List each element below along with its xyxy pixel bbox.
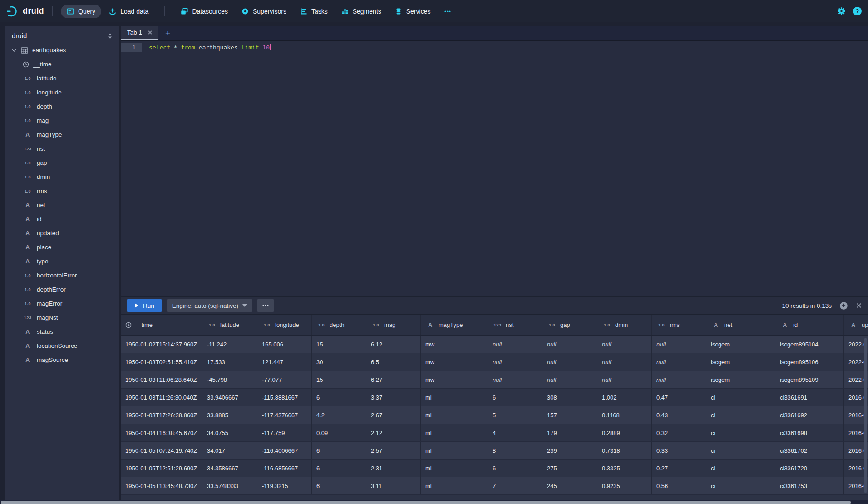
table-cell[interactable]: 4.2 <box>312 406 366 424</box>
table-cell[interactable]: null <box>597 353 652 371</box>
sidebar-column-mag[interactable]: 1.0mag <box>5 114 119 128</box>
table-cell[interactable]: 4 <box>488 424 542 441</box>
table-cell[interactable]: 0.33 <box>652 442 706 459</box>
table-cell[interactable]: 157 <box>542 406 597 424</box>
column-header-dmin[interactable]: 1.0dmin <box>597 315 652 335</box>
sidebar-column-rms[interactable]: 1.0rms <box>5 184 119 198</box>
datasource-row-earthquakes[interactable]: earthquakes <box>5 43 119 57</box>
table-cell[interactable]: ml <box>421 442 488 459</box>
table-cell[interactable]: 0.9235 <box>597 477 652 494</box>
table-cell[interactable]: mw <box>421 371 488 388</box>
column-header-depth[interactable]: 1.0depth <box>312 315 366 335</box>
tab-tab1[interactable]: Tab 1 <box>121 26 158 40</box>
run-button[interactable]: Run <box>127 299 162 312</box>
table-cell[interactable]: 34.0755 <box>202 424 257 441</box>
table-cell[interactable]: iscgem <box>706 336 775 353</box>
table-cell[interactable]: null <box>652 371 706 388</box>
table-cell[interactable]: 6.27 <box>366 371 421 388</box>
column-header-time[interactable]: __time <box>121 315 202 335</box>
table-cell[interactable]: 2.67 <box>366 406 421 424</box>
sidebar-column-status[interactable]: Astatus <box>5 325 119 339</box>
table-cell[interactable]: 33.5748333 <box>202 477 257 494</box>
sidebar-column-place[interactable]: Aplace <box>5 240 119 254</box>
table-cell[interactable]: 7 <box>488 477 542 494</box>
table-cell[interactable]: ci <box>706 389 775 406</box>
new-tab-button[interactable]: + <box>158 26 178 40</box>
table-cell[interactable]: ci <box>706 424 775 441</box>
table-cell[interactable]: 0.56 <box>652 477 706 494</box>
more-options-button[interactable] <box>257 299 274 312</box>
table-cell[interactable]: 1950-01-02T15:14:37.960Z <box>121 336 202 353</box>
table-cell[interactable]: ci <box>706 406 775 424</box>
sort-icon[interactable] <box>108 33 113 39</box>
help-icon[interactable]: ? <box>853 7 862 15</box>
table-cell[interactable]: ci3361691 <box>775 389 844 406</box>
sidebar-column-id[interactable]: Aid <box>5 212 119 226</box>
table-cell[interactable]: 33.8885 <box>202 406 257 424</box>
sidebar-column-type[interactable]: Atype <box>5 254 119 268</box>
table-cell[interactable]: 6 <box>488 389 542 406</box>
nav-item-datasources[interactable]: Datasources <box>175 5 234 18</box>
table-cell[interactable]: iscgem <box>706 353 775 371</box>
table-cell[interactable]: 239 <box>542 442 597 459</box>
table-cell[interactable]: 6 <box>312 460 366 477</box>
sidebar-column-gap[interactable]: 1.0gap <box>5 156 119 170</box>
table-cell[interactable]: ci3361698 <box>775 424 844 441</box>
table-cell[interactable]: 33.9406667 <box>202 389 257 406</box>
table-cell[interactable]: -119.3215 <box>257 477 312 494</box>
vertical-scrollbar[interactable] <box>864 338 867 493</box>
table-cell[interactable]: ml <box>421 406 488 424</box>
nav-item-query[interactable]: Query <box>61 5 101 18</box>
column-header-id[interactable]: Aid <box>775 315 844 335</box>
column-header-longitude[interactable]: 1.0longitude <box>257 315 312 335</box>
close-tab-icon[interactable] <box>148 30 153 35</box>
table-cell[interactable]: null <box>488 353 542 371</box>
table-cell[interactable]: null <box>488 336 542 353</box>
table-cell[interactable]: 1950-01-04T16:38:45.670Z <box>121 424 202 441</box>
table-cell[interactable]: 0.43 <box>652 406 706 424</box>
table-cell[interactable]: 0.47 <box>652 389 706 406</box>
table-cell[interactable]: 6 <box>488 460 542 477</box>
table-cell[interactable]: 5 <box>488 406 542 424</box>
download-icon[interactable] <box>839 301 848 310</box>
table-cell[interactable]: ml <box>421 389 488 406</box>
table-cell[interactable]: 34.3586667 <box>202 460 257 477</box>
sidebar-column-net[interactable]: Anet <box>5 198 119 212</box>
table-cell[interactable]: 6 <box>312 477 366 494</box>
table-cell[interactable]: 0.2889 <box>597 424 652 441</box>
horizontal-scrollbar[interactable] <box>0 500 868 504</box>
sidebar-column-dmin[interactable]: 1.0dmin <box>5 170 119 184</box>
table-cell[interactable]: 3.37 <box>366 389 421 406</box>
table-cell[interactable]: 1950-01-03T11:26:30.040Z <box>121 389 202 406</box>
table-cell[interactable]: 2.57 <box>366 442 421 459</box>
sidebar-column-nst[interactable]: 123nst <box>5 142 119 156</box>
table-cell[interactable]: iscgem <box>706 371 775 388</box>
table-cell[interactable]: 3.11 <box>366 477 421 494</box>
table-cell[interactable]: null <box>542 371 597 388</box>
table-cell[interactable]: 6 <box>312 442 366 459</box>
table-cell[interactable]: 34.017 <box>202 442 257 459</box>
table-cell[interactable]: 245 <box>542 477 597 494</box>
sidebar-column-latitude[interactable]: 1.0latitude <box>5 71 119 85</box>
sidebar-column-deptherror[interactable]: 1.0depthError <box>5 282 119 296</box>
table-cell[interactable]: 0.09 <box>312 424 366 441</box>
column-header-rms[interactable]: 1.0rms <box>652 315 706 335</box>
column-header-magtype[interactable]: AmagType <box>421 315 488 335</box>
table-cell[interactable]: 121.447 <box>257 353 312 371</box>
table-cell[interactable]: ci3361692 <box>775 406 844 424</box>
table-cell[interactable]: -45.798 <box>202 371 257 388</box>
table-cell[interactable]: 6.5 <box>366 353 421 371</box>
settings-gear-icon[interactable] <box>837 7 846 15</box>
nav-item-tasks[interactable]: Tasks <box>294 5 334 18</box>
table-cell[interactable]: -115.8881667 <box>257 389 312 406</box>
column-header-mag[interactable]: 1.0mag <box>366 315 421 335</box>
table-cell[interactable]: 1950-01-05T13:45:48.730Z <box>121 477 202 494</box>
table-cell[interactable]: 1950-01-03T11:06:28.640Z <box>121 371 202 388</box>
table-cell[interactable]: null <box>488 371 542 388</box>
table-cell[interactable]: ci3361702 <box>775 442 844 459</box>
column-header-gap[interactable]: 1.0gap <box>542 315 597 335</box>
column-header-latitude[interactable]: 1.0latitude <box>202 315 257 335</box>
sidebar-column-updated[interactable]: Aupdated <box>5 226 119 240</box>
table-cell[interactable]: 2.31 <box>366 460 421 477</box>
table-cell[interactable]: ci3361720 <box>775 460 844 477</box>
